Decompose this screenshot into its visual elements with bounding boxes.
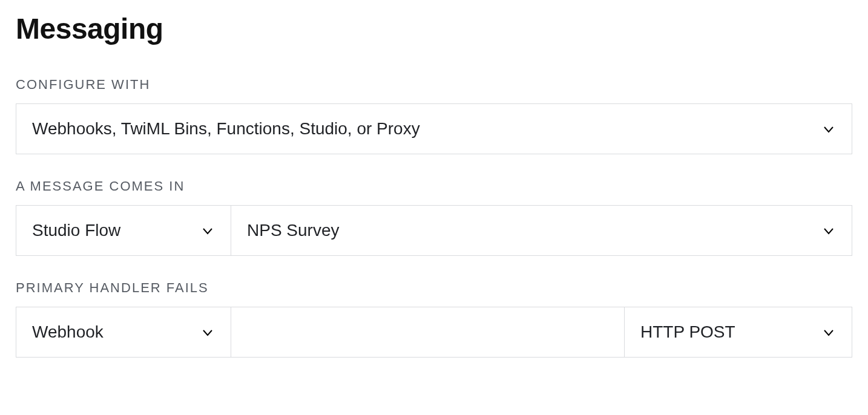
chevron-down-icon [200,223,215,238]
message-comes-in-target-select[interactable]: NPS Survey [231,205,852,256]
configure-with-group: CONFIGURE WITH Webhooks, TwiML Bins, Fun… [16,77,852,154]
message-comes-in-group: A MESSAGE COMES IN Studio Flow NPS Surve… [16,178,852,256]
primary-handler-url-input[interactable] [231,307,625,358]
configure-with-select[interactable]: Webhooks, TwiML Bins, Functions, Studio,… [16,103,852,154]
primary-handler-method-select[interactable]: HTTP POST [625,307,852,358]
configure-with-value: Webhooks, TwiML Bins, Functions, Studio,… [32,119,420,139]
chevron-down-icon [821,325,836,339]
configure-with-label: CONFIGURE WITH [16,77,852,93]
message-comes-in-type-select[interactable]: Studio Flow [16,205,231,256]
message-comes-in-label: A MESSAGE COMES IN [16,178,852,194]
message-comes-in-target-value: NPS Survey [247,221,340,240]
primary-handler-fails-group: PRIMARY HANDLER FAILS Webhook HTTP POST [16,280,852,358]
message-comes-in-type-value: Studio Flow [32,221,120,240]
primary-handler-fails-label: PRIMARY HANDLER FAILS [16,280,852,296]
primary-handler-type-value: Webhook [32,322,104,342]
primary-handler-type-select[interactable]: Webhook [16,307,231,358]
page-title: Messaging [16,12,852,45]
chevron-down-icon [821,223,836,238]
chevron-down-icon [200,325,215,339]
primary-handler-method-value: HTTP POST [640,322,735,342]
chevron-down-icon [821,122,836,136]
